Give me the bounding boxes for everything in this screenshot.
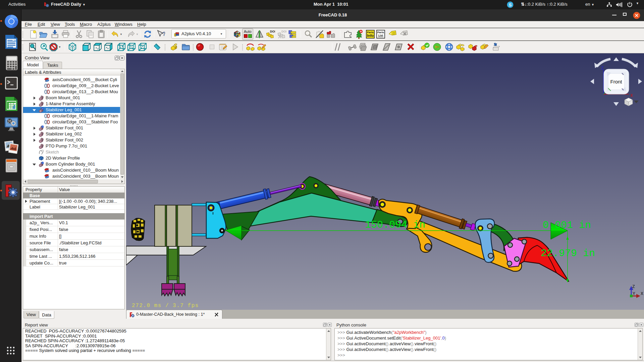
svg-text:Parts: Parts: [377, 31, 384, 34]
svg-text:DOF: DOF: [270, 30, 275, 33]
svg-text:?: ?: [162, 31, 165, 37]
svg-text:S: S: [509, 2, 512, 7]
svg-text:Info: Info: [367, 34, 374, 38]
svg-text:Z: Z: [632, 284, 635, 289]
svg-text:Z: Z: [601, 66, 604, 71]
svg-text:X: X: [630, 93, 633, 98]
svg-text:List: List: [378, 34, 383, 37]
svg-text:150.094 in: 150.094 in: [365, 219, 425, 231]
svg-text:22.979 in: 22.979 in: [541, 248, 595, 259]
svg-text:Y: Y: [633, 291, 635, 296]
svg-text:X: X: [641, 291, 643, 296]
svg-text:0.001 in: 0.001 in: [543, 220, 591, 231]
svg-text:DOF: DOF: [281, 30, 286, 33]
svg-text:272.0 ms / 3.7 fps: 272.0 ms / 3.7 fps: [132, 303, 199, 309]
svg-text:Front: Front: [610, 79, 622, 84]
